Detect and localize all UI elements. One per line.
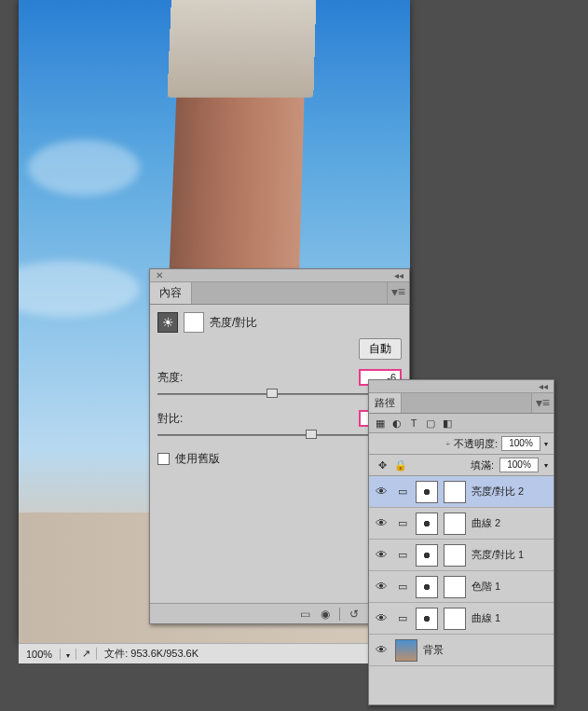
- link-icon: ▭: [395, 516, 410, 531]
- contrast-slider[interactable]: [157, 429, 402, 442]
- visibility-toggle[interactable]: 👁: [373, 547, 390, 564]
- visibility-toggle[interactable]: 👁: [373, 610, 390, 627]
- layer-item[interactable]: 👁▭曲線 1: [369, 603, 554, 635]
- layers-panel: ◂◂ 路徑 ▾≡ ▦ ◐ T ▢ ◧ ÷ 不透明度: 100% ▾ ✥ 🔒 填滿…: [368, 379, 554, 705]
- link-icon: ▭: [395, 580, 410, 595]
- status-bar: 100% ▾ ↗ 文件: 953.6K/953.6K: [19, 643, 410, 663]
- status-share-icon[interactable]: ↗: [76, 648, 97, 660]
- mask-thumb[interactable]: [444, 513, 466, 535]
- filter-shape-icon[interactable]: ▢: [423, 416, 438, 431]
- lock-all-icon[interactable]: 🔒: [393, 458, 408, 472]
- brightness-slider[interactable]: [157, 388, 402, 401]
- adjustment-thumb: [416, 544, 438, 567]
- adjustment-title: 亮度/對比: [210, 315, 257, 331]
- layer-item[interactable]: 👁▭曲線 2: [369, 508, 554, 540]
- opacity-value[interactable]: 100%: [501, 436, 540, 451]
- layer-list: 👁▭亮度/對比 2👁▭曲線 2👁▭亮度/對比 1👁▭色階 1👁▭曲線 1👁背景: [369, 476, 554, 666]
- mask-thumb[interactable]: [444, 608, 466, 630]
- footer-clip-icon[interactable]: ▭: [296, 607, 313, 622]
- layer-filter-toolbar: ▦ ◐ T ▢ ◧: [369, 414, 554, 433]
- layer-name[interactable]: 曲線 1: [472, 611, 550, 625]
- layer-name[interactable]: 亮度/對比 1: [472, 548, 550, 562]
- adjustment-thumb: [416, 481, 438, 503]
- lock-move-icon[interactable]: ✥: [375, 458, 390, 472]
- opacity-label: 不透明度:: [454, 437, 498, 451]
- status-dropdown[interactable]: ▾: [61, 649, 76, 660]
- adjustment-thumb: [416, 513, 438, 535]
- visibility-toggle[interactable]: 👁: [373, 484, 390, 500]
- layers-grip[interactable]: ◂◂: [369, 380, 554, 393]
- mask-icon[interactable]: [184, 312, 204, 333]
- adjustment-thumb: [416, 608, 438, 630]
- zoom-level[interactable]: 100%: [19, 649, 61, 660]
- layers-menu-icon[interactable]: ▾≡: [532, 393, 554, 413]
- layer-item[interactable]: 👁▭亮度/對比 2: [369, 476, 554, 508]
- tab-paths[interactable]: 路徑: [369, 393, 402, 413]
- fill-label: 填滿:: [471, 458, 494, 472]
- layer-name[interactable]: 曲線 2: [472, 516, 550, 530]
- adjustment-thumb: [416, 576, 438, 598]
- auto-button[interactable]: 自動: [359, 338, 402, 360]
- file-size: 文件: 953.6K/953.6K: [97, 647, 206, 661]
- visibility-toggle[interactable]: 👁: [373, 579, 390, 595]
- layer-name[interactable]: 亮度/對比 2: [472, 485, 550, 499]
- legacy-label: 使用舊版: [175, 451, 220, 467]
- legacy-checkbox[interactable]: [157, 453, 170, 465]
- layer-name[interactable]: 背景: [423, 643, 550, 657]
- filter-smart-icon[interactable]: ◧: [440, 416, 455, 431]
- fill-value[interactable]: 100%: [499, 458, 539, 472]
- layer-item[interactable]: 👁▭亮度/對比 1: [369, 540, 554, 571]
- mask-thumb[interactable]: [444, 576, 466, 598]
- layer-name[interactable]: 色階 1: [472, 580, 550, 594]
- filter-adjust-icon[interactable]: ◐: [390, 416, 404, 431]
- filter-text-icon[interactable]: T: [406, 416, 421, 431]
- brightness-label: 亮度:: [157, 370, 183, 386]
- link-icon: ▭: [395, 485, 410, 499]
- layer-item[interactable]: 👁背景: [369, 635, 554, 666]
- mask-thumb[interactable]: [444, 481, 466, 503]
- panel-grip[interactable]: ✕◂◂: [150, 269, 409, 282]
- tab-spacer: [192, 282, 388, 304]
- brightness-contrast-icon: ☀: [157, 312, 178, 333]
- visibility-toggle[interactable]: 👁: [373, 515, 390, 532]
- layer-item[interactable]: 👁▭色階 1: [369, 571, 554, 603]
- footer-view-icon[interactable]: ◉: [317, 607, 334, 622]
- filter-kind-icon[interactable]: ▦: [373, 416, 388, 431]
- panel-menu-icon[interactable]: ▾≡: [388, 282, 409, 304]
- contrast-label: 對比:: [157, 411, 183, 427]
- link-icon: ▭: [395, 548, 410, 563]
- visibility-toggle[interactable]: 👁: [373, 642, 390, 659]
- link-icon: ▭: [395, 611, 410, 626]
- layer-thumb: [395, 639, 417, 662]
- footer-reset-icon[interactable]: ↺: [346, 607, 362, 622]
- tab-properties[interactable]: 內容: [150, 282, 192, 304]
- mask-thumb[interactable]: [444, 544, 466, 567]
